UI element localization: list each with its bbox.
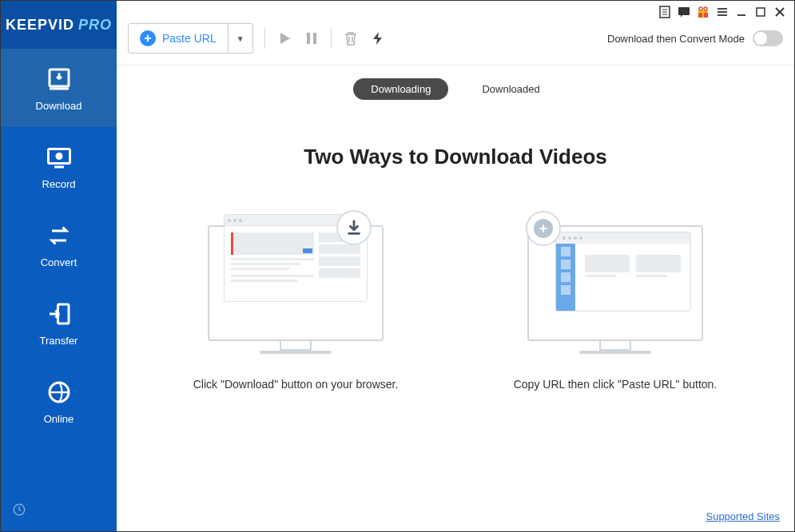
svg-point-3 <box>57 153 62 158</box>
transfer-icon <box>45 300 74 328</box>
sidebar-item-download[interactable]: Download <box>1 49 117 127</box>
sidebar-item-label: Online <box>44 413 74 425</box>
toolbar: + Paste URL ▼ Download then Convert Mode <box>117 23 794 66</box>
plus-icon: + <box>140 30 156 46</box>
sidebar-item-record[interactable]: Record <box>1 127 117 205</box>
supported-sites-link[interactable]: Supported Sites <box>706 510 780 522</box>
notes-icon[interactable] <box>658 6 671 18</box>
sidebar-item-online[interactable]: Online <box>1 362 117 440</box>
convert-mode-toggle[interactable] <box>753 30 783 46</box>
way-2-illustration: + <box>519 209 711 361</box>
sidebar-item-transfer[interactable]: Transfer <box>1 284 117 362</box>
gift-icon[interactable] <box>697 6 710 18</box>
trash-icon[interactable] <box>343 30 359 46</box>
svg-rect-5 <box>58 304 69 324</box>
two-ways: Click "Download" button on your browser. <box>176 209 735 393</box>
sidebar-item-label: Convert <box>41 256 78 268</box>
logo-brand: KEEPVID <box>6 17 74 34</box>
paste-url-button[interactable]: + Paste URL ▼ <box>128 23 253 54</box>
way-1-caption: Click "Download" button on your browser. <box>193 377 399 393</box>
sidebar-item-label: Record <box>42 178 76 190</box>
separator <box>331 28 332 49</box>
sidebar: KEEPVID PRO Download Record Convert Tran… <box>1 1 117 531</box>
clock-icon[interactable] <box>12 502 26 517</box>
toolbar-right: Download then Convert Mode <box>607 30 783 46</box>
way-2-caption: Copy URL then click "Paste URL" button. <box>514 377 717 393</box>
download-icon <box>45 65 74 93</box>
paste-url-dropdown[interactable]: ▼ <box>229 34 252 43</box>
svg-rect-15 <box>702 10 704 18</box>
app-logo: KEEPVID PRO <box>1 1 117 49</box>
svg-rect-12 <box>678 7 690 15</box>
sidebar-item-label: Download <box>36 100 82 112</box>
sidebar-item-convert[interactable]: Convert <box>1 205 117 284</box>
svg-rect-26 <box>313 33 316 44</box>
content: Two Ways to Download Videos <box>117 113 794 501</box>
paste-url-main[interactable]: + Paste URL <box>129 24 229 53</box>
minimize-icon[interactable] <box>735 6 748 18</box>
main-area: + Paste URL ▼ Download then Convert Mode… <box>117 1 794 531</box>
sidebar-item-label: Transfer <box>40 335 78 347</box>
convert-mode-label: Download then Convert Mode <box>607 33 745 45</box>
download-arrow-icon <box>336 210 372 245</box>
lightning-icon[interactable] <box>370 30 386 46</box>
tab-downloaded[interactable]: Downloaded <box>464 78 557 100</box>
svg-point-17 <box>704 7 707 10</box>
svg-point-16 <box>699 7 702 10</box>
chat-icon[interactable] <box>678 6 690 18</box>
menu-icon[interactable] <box>716 6 729 18</box>
way-1: Click "Download" button on your browser. <box>176 209 415 393</box>
separator <box>264 28 265 49</box>
way-1-illustration <box>200 209 392 361</box>
footer: Supported Sites <box>117 501 794 531</box>
way-2: + Copy URL then click "Paste URL" button… <box>495 209 735 393</box>
record-icon <box>45 143 74 172</box>
close-icon[interactable] <box>773 6 786 18</box>
paste-url-label: Paste URL <box>162 32 217 45</box>
tab-downloading[interactable]: Downloading <box>353 78 448 100</box>
convert-icon <box>45 221 74 250</box>
play-icon[interactable] <box>276 30 292 46</box>
sidebar-footer <box>1 491 117 531</box>
svg-rect-25 <box>307 33 310 44</box>
plus-circle-icon: + <box>526 211 561 246</box>
logo-suffix: PRO <box>78 17 112 34</box>
pause-icon[interactable] <box>304 30 320 46</box>
content-title: Two Ways to Download Videos <box>304 145 606 169</box>
tabs: Downloading Downloaded <box>117 66 794 113</box>
maximize-icon[interactable] <box>754 6 767 18</box>
titlebar <box>117 1 794 23</box>
online-icon <box>45 378 74 407</box>
svg-rect-22 <box>757 8 765 16</box>
